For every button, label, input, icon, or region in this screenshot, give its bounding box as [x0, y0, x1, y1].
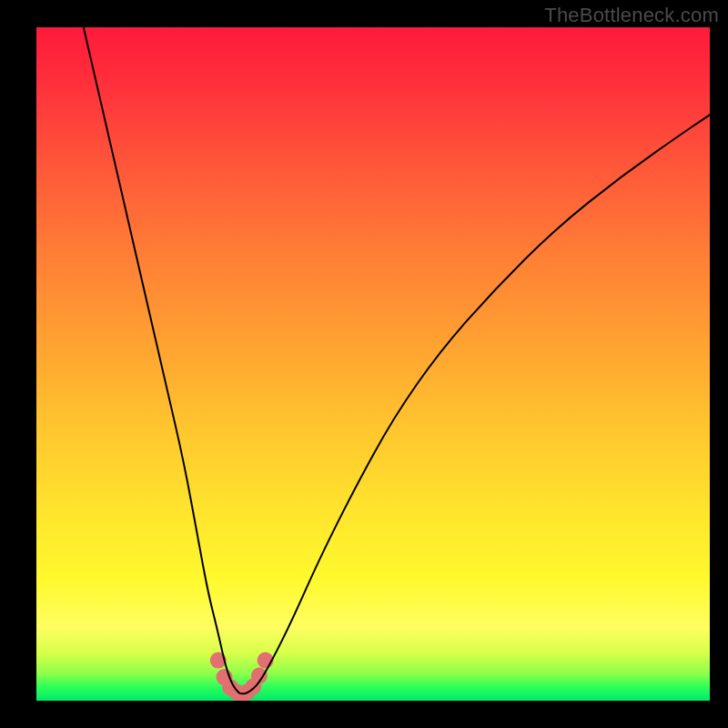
plot-area [36, 27, 710, 701]
chart-frame: TheBottleneck.com [0, 0, 728, 728]
curve-svg [36, 27, 710, 701]
watermark-text: TheBottleneck.com [544, 4, 719, 27]
bottleneck-curve [84, 27, 710, 693]
